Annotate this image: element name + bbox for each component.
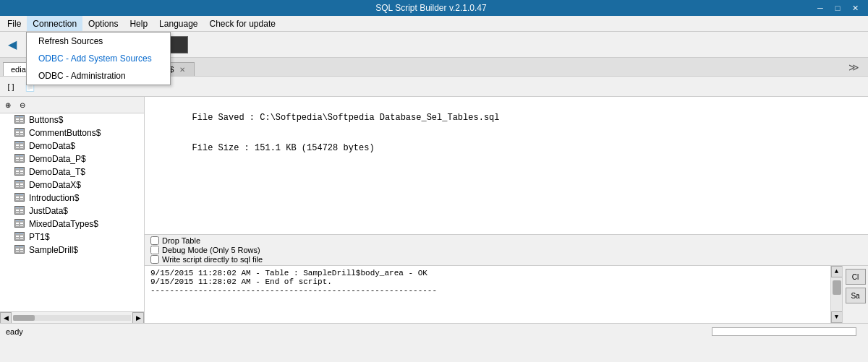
tree-item-label: Introduction$ [29,193,79,203]
table-icon [14,219,25,228]
tree-item-label: Buttons$ [29,115,63,125]
connection-dropdown: Refresh Sources ODBC - Add System Source… [26,32,171,85]
minimize-button[interactable]: ─ [813,2,827,14]
tree-collapse-icon: ⊖ [20,101,25,109]
tree-item-label: DemoData_P$ [29,154,86,164]
tree-item-label: DemoData$ [29,141,75,151]
tree-item-label: CommentButtons$ [29,128,101,138]
log-scroll-thumb[interactable] [833,280,841,295]
menu-options[interactable]: Options [82,16,124,31]
log-scrollbar-vertical: ▲ ▼ [830,266,842,323]
list-item[interactable]: Introduction$ [0,191,144,204]
tree-collapse-button[interactable]: ⊖ [16,98,29,111]
back-button[interactable]: ◀ [3,35,22,55]
tree-item-label: SampleDrill$ [29,245,78,255]
table-icon [14,167,25,176]
log-scroll-down[interactable]: ▼ [831,311,843,323]
bottom-checkboxes: Drop Table Debug Mode (Only 5 Rows) Writ… [145,234,868,265]
list-item[interactable]: DemoData$ [0,139,144,152]
drop-table-checkbox[interactable] [150,236,159,245]
title-bar: SQL Script Builder v.2.1.0.47 ─ □ ✕ [0,0,868,16]
log-clear-button[interactable]: Cl [846,269,866,285]
editor-line2: File Size : 151.1 KB (154728 bytes) [192,143,375,153]
close-button[interactable]: ✕ [848,2,862,14]
list-item[interactable]: SampleDrill$ [0,244,144,257]
menu-bar: File Connection Options Help Language Ch… [0,16,868,32]
write-script-label: Write script directly to sql file [162,255,263,264]
log-line3: ----------------------------------------… [150,286,825,295]
log-content: 9/15/2015 11:28:02 AM - Table : SampleDr… [145,266,830,323]
tree-item-label: DemoData_T$ [29,167,85,177]
tree-area: Buttons$ CommentButtons$ [0,113,144,311]
menu-language[interactable]: Language [153,16,203,31]
left-panel: ⊕ ⊖ [0,97,145,323]
table-icon [14,245,25,254]
tree-expand-button[interactable]: ⊕ [1,98,14,111]
scroll-left-button[interactable]: ◀ [0,312,12,324]
tree-item-label: DemoDataX$ [29,180,81,190]
debug-mode-label: Debug Mode (Only 5 Rows) [162,246,260,254]
drop-table-label: Drop Table [162,236,200,245]
menu-help[interactable]: Help [124,16,153,31]
log-buttons: Cl Sa [842,266,868,323]
restore-button[interactable]: □ [830,2,845,14]
menu-refresh-sources[interactable]: Refresh Sources [27,33,170,50]
log-scroll-up[interactable]: ▲ [831,266,843,277]
log-area: 9/15/2015 11:28:02 AM - Table : SampleDr… [145,265,868,323]
log-scroll-track[interactable] [831,277,842,311]
write-script-checkbox[interactable] [150,255,159,264]
editor-content[interactable]: File Saved : C:\Softpedia\Softpedia Data… [145,97,868,234]
app-title: SQL Script Builder v.2.1.0.47 [49,3,813,13]
list-item[interactable]: DemoDataX$ [0,178,144,191]
drop-table-check[interactable]: Drop Table [150,236,862,245]
table-icon [14,128,25,137]
menu-file[interactable]: File [1,16,27,31]
menu-connection[interactable]: Connection [27,16,82,31]
log-line2: 9/15/2015 11:28:02 AM - End of script. [150,277,825,286]
scroll-right-button[interactable]: ▶ [132,312,144,324]
editor-panel: File Saved : C:\Softpedia\Softpedia Data… [145,97,868,323]
log-save-button[interactable]: Sa [846,288,866,303]
list-item[interactable]: DemoData_T$ [0,165,144,178]
list-item[interactable]: PT1$ [0,230,144,244]
debug-mode-checkbox[interactable] [150,246,159,254]
main-layout: edia Database_Sel_Tables ✕ Softpedia$ ✕ … [0,58,868,323]
list-item[interactable]: Buttons$ [0,113,144,126]
tab-softpedia-close[interactable]: ✕ [178,66,187,74]
write-script-check[interactable]: Write script directly to sql file [150,255,862,264]
bracket-icon: [ ] [7,82,14,91]
table-icon [14,232,25,241]
log-line1: 9/15/2015 11:28:02 AM - Table : SampleDr… [150,269,825,277]
status-text: eady [6,327,706,336]
bracket-button[interactable]: [ ] [3,79,19,95]
tree-item-label: MixedDataTypes$ [29,219,98,229]
tree-expand-icon: ⊕ [5,101,11,109]
menu-odbc-admin[interactable]: ODBC - Administration [27,67,170,85]
tab-scroll-arrow[interactable]: ≫ [843,59,865,76]
left-panel-scrollbar: ◀ ▶ [0,311,144,323]
table-icon [14,206,25,215]
status-progress-bar [712,327,856,336]
table-icon [14,180,25,189]
list-item[interactable]: CommentButtons$ [0,126,144,139]
menu-odbc-add[interactable]: ODBC - Add System Sources [27,50,170,67]
table-icon [14,141,25,150]
status-bar: eady [0,323,868,339]
list-item[interactable]: MixedDataTypes$ [0,217,144,230]
table-icon [14,193,25,202]
content-row: ⊕ ⊖ [0,97,868,323]
menu-check-update[interactable]: Check for update [204,16,281,31]
debug-mode-check[interactable]: Debug Mode (Only 5 Rows) [150,246,862,254]
editor-line1: File Saved : C:\Softpedia\Softpedia Data… [192,113,500,123]
table-icon [14,154,25,163]
list-item[interactable]: JustData$ [0,204,144,217]
list-item[interactable]: DemoData_P$ [0,152,144,165]
tree-item-label: JustData$ [29,206,68,216]
table-icon [14,115,25,124]
tree-item-label: PT1$ [29,232,50,242]
